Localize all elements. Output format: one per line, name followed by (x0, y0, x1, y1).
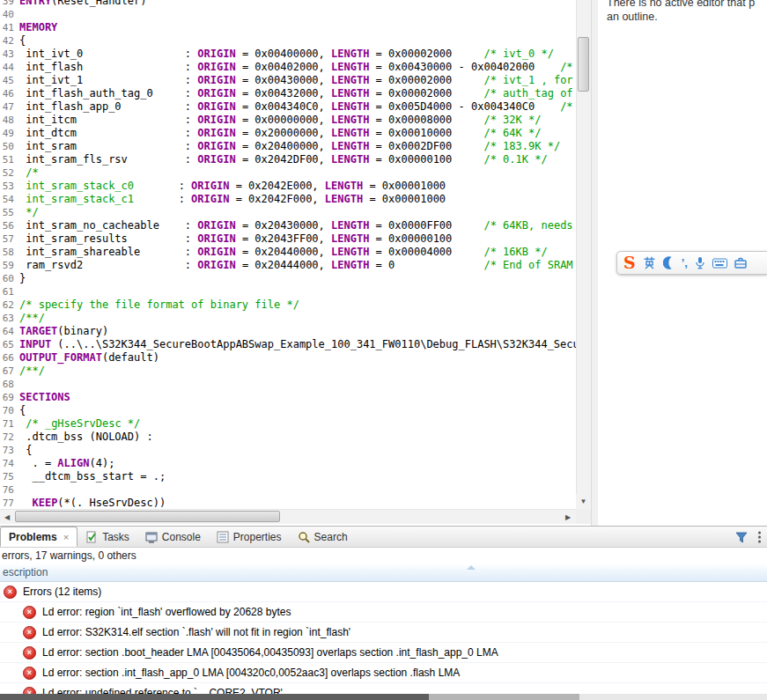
editor-outline-sash[interactable] (591, 0, 598, 526)
code-line[interactable]: 67/**/ (0, 365, 576, 378)
error-icon: × (23, 646, 36, 659)
code-line[interactable]: 53 int_sram_stack_c0 : ORIGIN = 0x2042E0… (0, 180, 576, 193)
tab-close-icon[interactable]: × (63, 532, 69, 542)
code-line[interactable]: 65INPUT (..\..\S32K344_SecureBootAppABSw… (0, 338, 576, 351)
code-line[interactable]: 64TARGET(binary) (0, 325, 576, 338)
code-line[interactable]: 44 int_flash : ORIGIN = 0x00402000, LENG… (0, 61, 576, 74)
vertical-scrollbar-thumb[interactable] (578, 37, 589, 92)
code-line[interactable]: 45 int_ivt_1 : ORIGIN = 0x00430000, LENG… (0, 74, 576, 87)
problems-group-row[interactable]: × Errors (12 items) (0, 582, 767, 602)
line-number: 60 (0, 272, 14, 285)
line-number: 45 (0, 74, 14, 87)
problem-row[interactable]: ×Ld error: region `int_flash' overflowed… (0, 602, 767, 623)
bottom-tabbar-tabs: Problems×TasksConsolePropertiesSearch (0, 527, 356, 547)
code-line[interactable]: 72 .dtcm_bss (NOLOAD) : (0, 431, 576, 444)
line-number: 69 (0, 391, 14, 404)
keyboard-icon[interactable] (712, 258, 727, 269)
scroll-left-button[interactable]: ◀ (0, 510, 14, 524)
code-line[interactable]: 59 ram_rsvd2 : ORIGIN = 0x20444000, LENG… (0, 259, 576, 272)
problems-rows: ×Ld error: region `int_flash' overflowed… (0, 602, 767, 700)
code-line[interactable]: 49 int_dtcm : ORIGIN = 0x20000000, LENGT… (0, 127, 576, 140)
horizontal-scrollbar-thumb[interactable] (15, 511, 280, 522)
punctuation-icon[interactable]: ’, (682, 257, 688, 269)
problem-row[interactable]: ×Ld error: S32K314.elf section `.flash' … (0, 623, 767, 643)
code-line[interactable]: 58 int_sram_shareable : ORIGIN = 0x20440… (0, 246, 576, 259)
code-line[interactable]: 71 /* _gHseSrvDesc */ (0, 417, 576, 431)
problem-row[interactable]: ×Ld error: section .boot_header LMA [004… (0, 643, 767, 663)
problem-message: Ld error: section .int_flash_app_0 LMA [… (42, 667, 460, 679)
code-line[interactable]: 41MEMORY (0, 21, 576, 34)
tab-console[interactable]: Console (137, 527, 209, 547)
code-line[interactable]: 46 int_flash_auth_tag_0 : ORIGIN = 0x004… (0, 87, 576, 100)
code-line[interactable]: 56 int_sram_no_cacheable : ORIGIN = 0x20… (0, 219, 576, 232)
crescent-moon-icon[interactable] (663, 256, 675, 269)
code-area[interactable]: 39ENTRY(Reset_Handler)4041MEMORY42{43 in… (0, 0, 576, 510)
code-line[interactable]: 52 /* (0, 166, 576, 180)
scroll-right-button[interactable]: ▶ (561, 510, 575, 524)
sogou-logo[interactable]: S (623, 254, 636, 271)
line-number: 39 (0, 0, 14, 8)
code-line[interactable]: 42{ (0, 34, 576, 48)
code-line[interactable]: 75 __dtcm_bss_start = .; (0, 470, 576, 483)
tab-problems[interactable]: Problems× (0, 527, 77, 547)
error-icon: × (23, 667, 36, 680)
line-number: 62 (0, 298, 14, 312)
line-number: 51 (0, 153, 14, 166)
tasks-icon (85, 531, 98, 543)
tab-label: Tasks (102, 531, 129, 543)
description-column-header[interactable]: escription (0, 564, 767, 582)
line-number: 49 (0, 127, 14, 140)
filter-icon[interactable] (735, 532, 748, 543)
code-line[interactable]: 77 KEEP(*(. HseSrvDesc)) (0, 497, 576, 510)
code-line[interactable]: 57 int_sram_results : ORIGIN = 0x2043FF0… (0, 232, 576, 246)
problem-row[interactable]: ×Ld error: section .int_flash_app_0 LMA … (0, 663, 767, 683)
code-line[interactable]: 68 (0, 378, 576, 391)
code-line[interactable]: 76 (0, 483, 576, 497)
code-line[interactable]: 40 (0, 8, 576, 21)
code-line[interactable]: 55 */ (0, 206, 576, 219)
code-line[interactable]: 54 int_sram_stack_c1 : ORIGIN = 0x2042F0… (0, 193, 576, 206)
code-line[interactable]: 43 int_ivt_0 : ORIGIN = 0x00400000, LENG… (0, 48, 576, 61)
ime-toolbar[interactable]: S ’, (616, 251, 767, 275)
problems-hscrollbar-thumb[interactable] (0, 694, 429, 700)
outline-message-line1: There is no active editor that p (607, 0, 755, 9)
code-line[interactable]: 39ENTRY(Reset_Handler) (0, 0, 576, 8)
code-line[interactable]: 66OUTPUT_FORMAT(default) (0, 351, 576, 365)
line-number: 59 (0, 259, 14, 272)
code-line[interactable]: 48 int_itcm : ORIGIN = 0x00000000, LENGT… (0, 114, 576, 127)
code-line[interactable]: 69SECTIONS (0, 391, 576, 404)
line-number: 61 (0, 285, 14, 298)
code-line[interactable]: 63/**/ (0, 312, 576, 325)
line-number: 43 (0, 48, 14, 61)
error-icon: × (23, 626, 36, 639)
editor-pane[interactable]: 39ENTRY(Reset_Handler)4041MEMORY42{43 in… (0, 0, 591, 526)
code-line[interactable]: 70{ (0, 404, 576, 417)
problems-hscrollbar[interactable] (0, 694, 767, 700)
code-line[interactable]: 51 int_sram_fls_rsv : ORIGIN = 0x2042DF0… (0, 153, 576, 166)
code-line[interactable]: 73 { (0, 444, 576, 457)
tabbar-actions (735, 531, 762, 543)
line-number: 47 (0, 100, 14, 114)
line-number: 74 (0, 457, 14, 470)
scroll-down-button[interactable]: ▼ (576, 494, 591, 509)
code-line[interactable]: 47 int_flash_app_0 : ORIGIN = 0x004340C0… (0, 100, 576, 114)
english-mode-icon[interactable] (643, 256, 656, 269)
line-number: 56 (0, 219, 14, 232)
toolbox-icon[interactable] (734, 257, 747, 269)
code-line[interactable]: 50 int_sram : ORIGIN = 0x20400000, LENGT… (0, 140, 576, 153)
problem-message: Ld error: section .boot_header LMA [0043… (42, 646, 498, 659)
tab-search[interactable]: Search (290, 527, 356, 547)
code-line[interactable]: 60} (0, 272, 576, 285)
line-number: 65 (0, 338, 14, 351)
tab-properties[interactable]: Properties (209, 527, 290, 547)
tab-tasks[interactable]: Tasks (77, 527, 137, 547)
line-number: 77 (0, 497, 14, 510)
view-menu-icon[interactable] (757, 531, 762, 543)
microphone-icon[interactable] (695, 256, 705, 269)
outline-message-line2: an outline. (607, 11, 658, 23)
code-line[interactable]: 61 (0, 285, 576, 298)
app-window: 39ENTRY(Reset_Handler)4041MEMORY42{43 in… (0, 0, 767, 700)
code-line[interactable]: 74 . = ALIGN(4); (0, 457, 576, 470)
code-line[interactable]: 62/* specify the file format of binary f… (0, 298, 576, 312)
line-number: 54 (0, 193, 14, 206)
